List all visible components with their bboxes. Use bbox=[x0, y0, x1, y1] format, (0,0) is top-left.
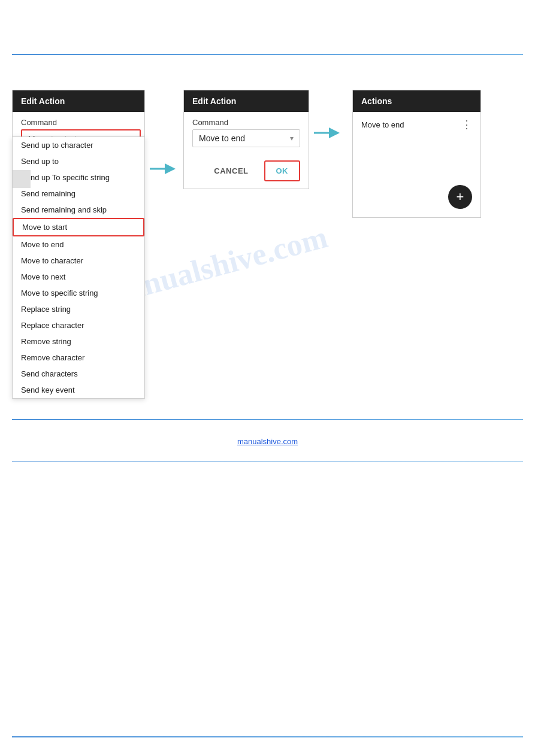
bottom-rule-1 bbox=[12, 419, 523, 420]
middle-panel-body: Command Move to end ▾ bbox=[184, 112, 309, 153]
main-content: Edit Action Command Move to start ▾ Send… bbox=[12, 66, 523, 218]
menu-item-move-to-next[interactable]: Move to next bbox=[13, 269, 144, 285]
middle-dropdown-value: Move to end bbox=[199, 133, 245, 143]
add-action-fab[interactable]: + bbox=[448, 185, 472, 209]
bottom-rule-3 bbox=[12, 736, 523, 737]
menu-item-replace-string[interactable]: Replace string bbox=[13, 301, 144, 317]
middle-dropdown-arrow: ▾ bbox=[290, 134, 294, 142]
menu-item-send-key-event[interactable]: Send key event bbox=[13, 382, 144, 398]
left-dropdown-menu: Send up to character Send up to Send up … bbox=[12, 136, 145, 399]
actions-panel-header: Actions bbox=[353, 90, 480, 112]
middle-command-label: Command bbox=[192, 118, 300, 127]
left-panel: Edit Action Command Move to start ▾ Send… bbox=[12, 90, 145, 155]
menu-item-send-remaining[interactable]: Send remaining bbox=[13, 186, 144, 202]
menu-item-send-remaining-skip[interactable]: Send remaining and skip bbox=[13, 202, 144, 218]
menu-item-replace-char[interactable]: Replace character bbox=[13, 317, 144, 333]
middle-panel: Edit Action Command Move to end ▾ CANCEL… bbox=[183, 90, 309, 189]
actions-item-text: Move to end bbox=[361, 120, 404, 129]
link-area: manualshive.com bbox=[12, 437, 523, 446]
left-panel-header: Edit Action bbox=[13, 90, 144, 112]
middle-edit-action-panel: Edit Action Command Move to end ▾ CANCEL… bbox=[183, 90, 309, 189]
left-extra-gray bbox=[13, 170, 31, 188]
arrow-left-to-middle bbox=[150, 162, 179, 176]
menu-item-send-up-to[interactable]: Send up to bbox=[13, 153, 144, 169]
actions-item-menu-dots[interactable]: ⋮ bbox=[461, 118, 472, 131]
cancel-button[interactable]: CANCEL bbox=[204, 160, 258, 181]
menu-item-remove-char[interactable]: Remove character bbox=[13, 350, 144, 366]
menu-item-remove-string[interactable]: Remove string bbox=[13, 333, 144, 350]
menu-item-send-up-to-specific[interactable]: Send up To specific string bbox=[13, 169, 144, 186]
ok-button[interactable]: OK bbox=[264, 160, 301, 181]
middle-command-dropdown[interactable]: Move to end ▾ bbox=[192, 129, 300, 147]
panels-container: Edit Action Command Move to start ▾ Send… bbox=[12, 90, 523, 218]
fab-container: + bbox=[353, 137, 480, 217]
actions-item-row: Move to end ⋮ bbox=[353, 112, 480, 137]
menu-item-move-to-specific[interactable]: Move to specific string bbox=[13, 285, 144, 301]
manualshive-link[interactable]: manualshive.com bbox=[237, 437, 298, 446]
middle-panel-header: Edit Action bbox=[184, 90, 309, 112]
menu-item-send-chars[interactable]: Send characters bbox=[13, 366, 144, 382]
bottom-rule-2 bbox=[12, 461, 523, 462]
top-rule bbox=[12, 54, 523, 55]
arrow-middle-to-right bbox=[314, 126, 343, 140]
left-command-label: Command bbox=[21, 118, 136, 127]
menu-item-move-to-start[interactable]: Move to start bbox=[13, 218, 144, 236]
menu-item-send-up-to-char[interactable]: Send up to character bbox=[13, 137, 144, 153]
menu-item-move-to-char[interactable]: Move to character bbox=[13, 253, 144, 269]
buttons-row: CANCEL OK bbox=[184, 153, 309, 189]
right-panel: Actions Move to end ⋮ + bbox=[352, 90, 481, 218]
menu-item-move-to-end[interactable]: Move to end bbox=[13, 236, 144, 253]
actions-panel: Actions Move to end ⋮ + bbox=[352, 90, 481, 218]
